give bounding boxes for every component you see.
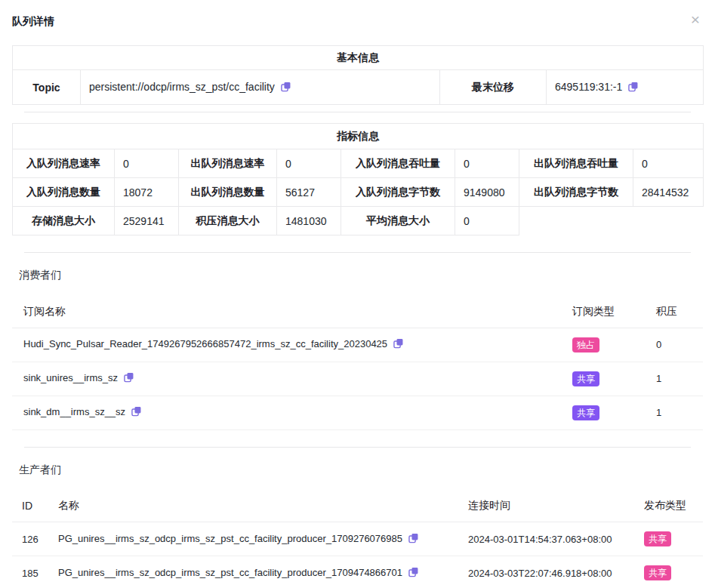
producer-id: 185 [12,556,48,588]
metric-label: 平均消息大小 [341,207,455,236]
producers-section-title: 生产者们 [19,463,703,477]
basic-info-header: 基本信息 [13,46,704,70]
metric-value: 0 [455,149,519,178]
publish-type-badge: 共享 [644,531,671,546]
metric-label: 入队列消息速率 [13,149,115,178]
metric-value: 0 [277,149,341,178]
column-header-name: 名称 [48,491,458,522]
section-divider [24,447,691,448]
subscription-name: sink_dm__irms_sz__sz [23,406,125,417]
copy-icon[interactable] [628,82,638,94]
subscription-name: sink_unires__irms_sz [23,372,118,383]
metric-label: 出队列消息数量 [179,178,277,207]
metric-value: 9149080 [455,178,519,207]
publish-type-badge: 共享 [644,565,671,580]
metric-label: 出队列消息吞吐量 [519,149,633,178]
producers-table: ID 名称 连接时间 发布类型 126 PG_unires__irms_sz_o… [12,491,703,588]
backlog-value: 0 [646,328,703,362]
metric-value: 2529141 [115,207,179,236]
metrics-row: 存储消息大小 2529141 积压消息大小 1481030 平均消息大小 0 [13,207,704,236]
producer-row: 126 PG_unires__irms_sz_odcp_irms_sz_pst_… [12,522,703,556]
consumer-row: sink_dm__irms_sz__sz 共享 1 [12,396,703,429]
metric-value: 0 [633,149,704,178]
backlog-value: 1 [646,362,703,396]
last-offset-value: 6495119:31:-1 [555,81,622,93]
metrics-row: 入队列消息数量 18072 出队列消息数量 56127 入队列消息字节数 914… [13,178,704,207]
metrics-table: 指标信息 入队列消息速率 0 出队列消息速率 0 入队列消息吞吐量 0 出队列消… [12,123,704,236]
metrics-row: 入队列消息速率 0 出队列消息速率 0 入队列消息吞吐量 0 出队列消息吞吐量 … [13,149,704,178]
metric-value: 0 [455,207,519,236]
consumers-table: 订阅名称 订阅类型 积压 Hudi_Sync_Pulsar_Reader_174… [12,296,703,430]
subscription-type-badge: 共享 [572,371,599,386]
consumers-section-title: 消费者们 [19,269,703,282]
backlog-value: 1 [646,396,703,429]
metric-value: 0 [115,149,179,178]
subscription-type-badge: 共享 [572,405,599,420]
consumer-row: Hudi_Sync_Pulsar_Reader_1749267952666857… [12,328,703,362]
topic-value: persistent://odcp/irms_sz_pst/cc_facilit… [89,81,275,93]
copy-icon[interactable] [393,338,403,351]
topic-label: Topic [13,70,81,105]
empty-cell [519,207,704,236]
metric-label: 入队列消息字节数 [341,178,455,207]
metric-label: 积压消息大小 [179,207,277,236]
column-header-publish-type: 发布类型 [634,491,703,522]
metric-label: 入队列消息吞吐量 [341,149,455,178]
metric-value: 28414532 [633,178,704,207]
metric-label: 入队列消息数量 [13,178,115,207]
producer-id: 126 [12,522,48,556]
column-header-subscription-name: 订阅名称 [12,296,562,328]
copy-icon[interactable] [408,567,418,580]
producer-name: PG_unires__irms_sz_odcp_irms_sz_pst_cc_f… [58,567,402,578]
metric-value: 18072 [115,178,179,207]
close-icon[interactable]: × [686,11,704,29]
producer-row: 185 PG_unires__irms_sz_odcp_irms_sz_pst_… [12,556,703,588]
metric-value: 56127 [277,178,341,207]
section-divider [24,252,691,253]
metric-label: 出队列消息字节数 [519,178,633,207]
dialog-title: 队列详情 [12,15,703,29]
producer-connect-time: 2024-03-01T14:54:37.063+08:00 [458,522,634,556]
subscription-name: Hudi_Sync_Pulsar_Reader_1749267952666857… [23,338,387,349]
copy-icon[interactable] [124,372,134,385]
copy-icon[interactable] [281,82,291,94]
last-offset-label: 最末位移 [440,70,547,105]
copy-icon[interactable] [408,533,418,546]
column-header-backlog: 积压 [646,296,703,328]
subscription-type-badge: 独占 [572,337,599,352]
column-header-connect-time: 连接时间 [458,491,634,522]
section-divider [24,112,691,112]
consumer-row: sink_unires__irms_sz 共享 1 [12,362,703,396]
producer-name: PG_unires__irms_sz_odcp_irms_sz_pst_cc_f… [58,533,402,544]
producer-connect-time: 2024-03-03T22:07:46.918+08:00 [458,556,634,588]
metrics-header: 指标信息 [13,124,704,149]
metric-label: 存储消息大小 [13,207,115,236]
basic-info-table: 基本信息 Topic persistent://odcp/irms_sz_pst… [12,45,704,105]
metric-value: 1481030 [277,207,341,236]
metric-label: 出队列消息速率 [179,149,277,178]
copy-icon[interactable] [131,406,141,419]
column-header-subscription-type: 订阅类型 [562,296,646,328]
column-header-id: ID [12,491,48,522]
